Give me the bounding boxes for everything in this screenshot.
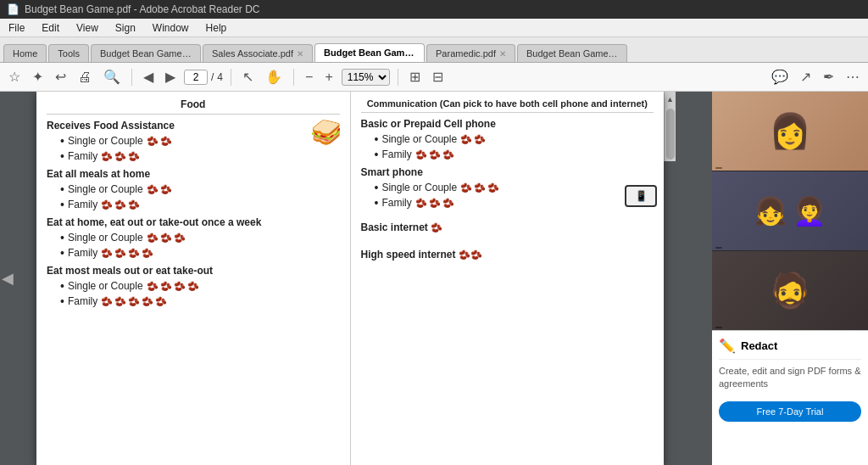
toolbar-sep-2 [231, 69, 231, 86]
section-basic-internet: Basic internet 🫘 [361, 221, 654, 233]
bookmark-button[interactable]: ☆ [5, 67, 24, 87]
smartphone-list: Single or Couple 🫘🫘🫘 Family 🫘🫘🫘 [361, 181, 654, 210]
list-item: Single or Couple 🫘🫘 [60, 182, 340, 196]
list-item: Family 🫘🫘🫘 [375, 148, 654, 161]
list-item: Family 🫘🫘🫘 [60, 149, 340, 163]
page-separator: / [211, 71, 214, 83]
main-area: ◀ Food 🥪 Receives Food Assistance Single… [0, 92, 868, 465]
star-button[interactable]: ✦ [29, 67, 47, 87]
toolbar-sep-1 [131, 69, 132, 86]
menu-bar: File Edit View Sign Window Help [0, 19, 868, 37]
video-section: 👩 👧👩‍🦱 🧔 [712, 92, 868, 330]
section-basic-cell: Basic or Prepaid Cell phone [361, 118, 654, 130]
eat-home-list: Single or Couple 🫘🫘 Family 🫘🫘🫘 [47, 182, 340, 211]
scroll-up-arrow[interactable]: ▲ [665, 93, 676, 105]
tab-sales-associate[interactable]: Sales Associate.pdf✕ [203, 44, 313, 62]
list-item: Family 🫘🫘🫘 [60, 198, 340, 211]
back-button[interactable]: ↩ [52, 67, 70, 87]
section-highspeed-internet: High speed internet 🫘🫘 [361, 249, 654, 261]
sandwich-image: 🥪 [310, 117, 342, 147]
list-item: Family 🫘🫘🫘 [375, 196, 654, 210]
list-item: Family 🫘🫘🫘🫘🫘 [60, 294, 340, 308]
redact-body: Create, edit and sign PDF forms & agreem… [719, 365, 861, 391]
list-item: Single or Couple 🫘🫘 [375, 132, 654, 146]
redact-section: ✏️ Redact Create, edit and sign PDF form… [712, 330, 868, 465]
toolbar-sep-3 [293, 69, 294, 86]
page-navigation: / 4 [184, 70, 223, 85]
scroll-left-arrow[interactable]: ◀ [2, 269, 14, 288]
tab-home[interactable]: Home [3, 44, 47, 62]
redact-title: Redact [741, 339, 777, 352]
basic-cell-list: Single or Couple 🫘🫘 Family 🫘🫘🫘 [361, 132, 654, 161]
pdf-scrollbar[interactable]: ▲ [664, 92, 676, 161]
toolbar-sep-4 [398, 69, 398, 86]
share-button[interactable]: ↗ [797, 67, 815, 87]
pdf-left-header: Food [47, 98, 340, 115]
scroll-thumb[interactable] [666, 109, 675, 160]
pdf-viewer: ◀ Food 🥪 Receives Food Assistance Single… [0, 92, 712, 465]
menu-window[interactable]: Window [149, 20, 192, 36]
prev-page-button[interactable]: ◀ [140, 67, 157, 87]
pdf-left-column: Food 🥪 Receives Food Assistance Single o… [36, 92, 351, 465]
menu-help[interactable]: Help [203, 20, 231, 36]
redact-header: ✏️ Redact [719, 338, 861, 354]
page-total: 4 [217, 71, 223, 83]
section-eat-home: Eat all meals at home [47, 168, 340, 180]
menu-view[interactable]: View [73, 20, 102, 36]
page-input[interactable] [184, 70, 208, 85]
zoom-control: 115% 75% 100% 125% 150% [342, 69, 390, 86]
tab-paramedic[interactable]: Paramedic.pdf✕ [426, 44, 515, 62]
eat-out-most-list: Single or Couple 🫘🫘🫘🫘 Family 🫘🫘🫘🫘🫘 [47, 279, 340, 308]
zoom-select[interactable]: 115% 75% 100% 125% 150% [342, 69, 390, 86]
pdf-content: Food 🥪 Receives Food Assistance Single o… [36, 92, 664, 465]
food-assistance-list: Single or Couple 🫘🫘 Family 🫘🫘🫘 [47, 134, 340, 163]
section-eat-out-most: Eat most meals out or eat take-out [47, 265, 340, 277]
video-panel-top: 👩 [712, 92, 868, 171]
more-button[interactable]: ⋯ [843, 67, 863, 87]
section-smartphone: Smart phone [361, 166, 654, 178]
tab-budget-bean-2[interactable]: Budget Bean Game...✕ [314, 43, 425, 62]
title-icon: 📄 [7, 3, 19, 15]
right-panel: 👩 👧👩‍🦱 🧔 ✏️ Red [712, 92, 868, 465]
list-item: Family 🫘🫘🫘🫘 [60, 246, 340, 260]
comment-button[interactable]: 💬 [768, 67, 792, 87]
redact-icon: ✏️ [719, 338, 736, 354]
phone-image: 📱 [625, 185, 657, 207]
tab-budget-bean-1[interactable]: Budget Bean Game...✕ [91, 44, 201, 62]
next-page-button[interactable]: ▶ [162, 67, 179, 87]
section-eat-out-once: Eat at home, eat out or take-out once a … [47, 216, 340, 228]
fit-page-button[interactable]: ⊟ [429, 67, 447, 87]
toolbar: ☆ ✦ ↩ 🖨 🔍 ◀ ▶ / 4 ↖ ✋ − + 115% 75% 100% … [0, 63, 868, 92]
pdf-page: Food 🥪 Receives Food Assistance Single o… [36, 92, 664, 465]
menu-file[interactable]: File [5, 20, 28, 36]
cursor-tool[interactable]: ↖ [239, 67, 257, 87]
list-item: Single or Couple 🫘🫘🫘🫘 [60, 279, 340, 293]
hand-tool[interactable]: ✋ [262, 67, 286, 87]
video-panel-mid: 👧👩‍🦱 [712, 171, 868, 250]
tab-tools[interactable]: Tools [48, 44, 89, 62]
video-label-bot [715, 327, 722, 328]
video-label-top [715, 167, 722, 169]
trial-button[interactable]: Free 7-Day Trial [719, 401, 861, 422]
video-panel-bot: 🧔 [712, 251, 868, 330]
list-item: Single or Couple 🫘🫘🫘 [375, 181, 654, 194]
section-food-assistance: Receives Food Assistance [47, 120, 340, 132]
search-button[interactable]: 🔍 [100, 67, 124, 87]
list-item: Single or Couple 🫘🫘🫘 [60, 231, 340, 244]
title-bar: 📄 Budget Bean Game.pdf - Adobe Acrobat R… [0, 0, 868, 19]
fit-width-button[interactable]: ⊞ [406, 67, 424, 87]
eat-out-once-list: Single or Couple 🫘🫘🫘 Family 🫘🫘🫘🫘 [47, 231, 340, 260]
zoom-out-button[interactable]: − [302, 68, 316, 87]
tab-budget-bean-3[interactable]: Budget Bean Game...✕ [517, 44, 627, 62]
title-text: Budget Bean Game.pdf - Adobe Acrobat Rea… [25, 3, 260, 15]
list-item: Single or Couple 🫘🫘 [60, 134, 340, 148]
tab-bar: Home Tools Budget Bean Game...✕ Sales As… [0, 37, 868, 63]
menu-edit[interactable]: Edit [38, 20, 63, 36]
menu-sign[interactable]: Sign [112, 20, 139, 36]
print-button[interactable]: 🖨 [75, 68, 95, 87]
sign-button[interactable]: ✒ [820, 67, 837, 87]
pdf-right-column: Communication (Can pick to have both cel… [351, 92, 665, 465]
zoom-in-button[interactable]: + [321, 68, 336, 87]
pdf-right-header: Communication (Can pick to have both cel… [361, 98, 654, 113]
video-label-mid [715, 247, 722, 249]
